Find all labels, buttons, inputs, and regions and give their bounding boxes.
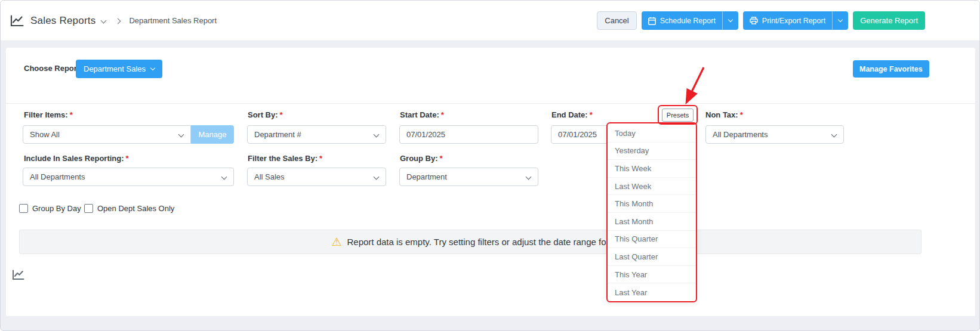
required-asterisk: * <box>319 154 322 163</box>
filter-the-sales-by-label: Filter the Sales By:* <box>248 154 322 163</box>
chevron-down-icon <box>150 66 155 70</box>
presets-menu-item-yesterday[interactable]: Yesterday <box>608 143 696 160</box>
group-by-label: Group By:* <box>400 154 443 163</box>
presets-menu-item-last-year[interactable]: Last Year <box>608 283 696 301</box>
breadcrumb: Department Sales Report <box>129 16 217 25</box>
include-in-sales-reporting-select[interactable]: All Departments <box>23 168 234 186</box>
schedule-report-button[interactable]: Schedule Report <box>642 11 738 30</box>
report-type-select[interactable]: Department Sales <box>76 60 162 78</box>
printer-icon <box>750 17 758 24</box>
open-dept-sales-only-checkbox[interactable] <box>84 204 93 213</box>
label-text: Sort By: <box>248 110 278 119</box>
presets-menu-item-this-year[interactable]: This Year <box>608 266 696 284</box>
label-text: End Date: <box>551 110 588 119</box>
presets-menu-item-this-month[interactable]: This Month <box>608 195 696 213</box>
non-tax-label: Non Tax:* <box>705 110 743 119</box>
chevron-down-icon[interactable] <box>723 11 738 30</box>
open-dept-sales-only-label: Open Dept Sales Only <box>97 204 174 213</box>
line-chart-icon <box>10 15 24 27</box>
manage-favorites-button[interactable]: Manage Favorites <box>853 60 929 78</box>
presets-menu-item-last-quarter[interactable]: Last Quarter <box>608 248 696 266</box>
required-asterisk: * <box>590 110 593 119</box>
print-export-main[interactable]: Print/Export Report <box>743 17 832 25</box>
include-in-sales-reporting-value: All Departments <box>30 172 85 181</box>
presets-button[interactable]: Presets <box>662 109 694 122</box>
required-asterisk: * <box>70 110 73 119</box>
non-tax-select[interactable]: All Departments <box>705 125 844 144</box>
group-by-select[interactable]: Department <box>399 168 538 186</box>
filters-panel: Choose Report Department Sales Manage Fa… <box>5 47 976 317</box>
non-tax-value: All Departments <box>713 130 768 139</box>
warning-icon: ⚠ <box>331 236 341 248</box>
required-asterisk: * <box>441 110 444 119</box>
label-text: Filter the Sales By: <box>248 154 318 163</box>
label-text: Filter Items: <box>24 110 68 119</box>
top-bar: Sales Reports Department Sales Report Ca… <box>1 1 979 41</box>
group-by-value: Department <box>406 172 447 181</box>
choose-report-label: Choose Report <box>24 64 79 73</box>
empty-report-alert: ⚠ Report data is empty. Try setting filt… <box>19 230 922 254</box>
include-in-sales-reporting-label: Include In Sales Reporting:* <box>24 154 129 163</box>
group-by-day-checkbox-row: Group By Day <box>19 204 81 213</box>
filter-the-sales-by-value: All Sales <box>254 172 285 181</box>
presets-menu-item-this-week[interactable]: This Week <box>608 160 696 178</box>
breadcrumb-separator-icon <box>116 19 120 23</box>
required-asterisk: * <box>280 110 283 119</box>
top-bar-left: Sales Reports Department Sales Report <box>10 1 217 41</box>
sort-by-label: Sort By:* <box>248 110 283 119</box>
print-export-report-button[interactable]: Print/Export Report <box>743 11 848 30</box>
required-asterisk: * <box>126 154 129 163</box>
filter-items-select[interactable]: Show All <box>23 125 191 144</box>
start-date-input[interactable] <box>399 125 538 144</box>
filter-the-sales-by-select[interactable]: All Sales <box>247 168 386 186</box>
label-text: Include In Sales Reporting: <box>24 154 124 163</box>
calendar-icon <box>648 17 656 25</box>
generate-report-button[interactable]: Generate Report <box>853 11 925 30</box>
report-section-chart-icon <box>12 270 24 280</box>
start-date-label: Start Date:* <box>400 110 444 119</box>
presets-menu-item-last-week[interactable]: Last Week <box>608 178 696 196</box>
alert-text: Report data is empty. Try setting filter… <box>347 237 609 247</box>
group-by-day-label: Group By Day <box>32 204 81 213</box>
sort-by-value: Department # <box>254 130 301 139</box>
label-text: Group By: <box>400 154 438 163</box>
manage-filter-items-button[interactable]: Manage <box>191 125 234 144</box>
presets-menu-list: Today Yesterday This Week Last Week This… <box>608 123 696 301</box>
report-type-value: Department Sales <box>84 64 146 73</box>
schedule-report-label: Schedule Report <box>660 17 716 25</box>
manage-favorites-label: Manage Favorites <box>859 65 923 73</box>
chevron-down-icon[interactable] <box>101 20 106 23</box>
section-divider <box>6 103 975 104</box>
schedule-report-main[interactable]: Schedule Report <box>642 17 722 25</box>
cancel-button[interactable]: Cancel <box>597 11 636 30</box>
end-date-label: End Date:* <box>551 110 593 119</box>
header-actions: Cancel Schedule Report <box>597 11 925 30</box>
presets-menu-item-last-month[interactable]: Last Month <box>608 213 696 231</box>
filter-items-value: Show All <box>30 130 60 139</box>
annotation-arrow <box>677 64 710 113</box>
print-export-label: Print/Export Report <box>762 17 825 25</box>
group-by-day-checkbox[interactable] <box>19 204 28 213</box>
presets-menu-item-today[interactable]: Today <box>608 125 696 143</box>
filter-items-label: Filter Items:* <box>24 110 73 119</box>
page-title: Sales Reports <box>30 15 95 27</box>
sales-reports-page: Sales Reports Department Sales Report Ca… <box>0 0 980 331</box>
required-asterisk: * <box>740 110 743 119</box>
label-text: Start Date: <box>400 110 439 119</box>
required-asterisk: * <box>440 154 443 163</box>
label-text: Non Tax: <box>705 110 738 119</box>
chevron-down-icon[interactable] <box>833 11 848 30</box>
open-dept-sales-only-checkbox-row: Open Dept Sales Only <box>84 204 174 213</box>
presets-dropdown-menu: Today Yesterday This Week Last Week This… <box>606 122 697 302</box>
presets-menu-item-this-quarter[interactable]: This Quarter <box>608 231 696 249</box>
sort-by-select[interactable]: Department # <box>247 125 386 144</box>
